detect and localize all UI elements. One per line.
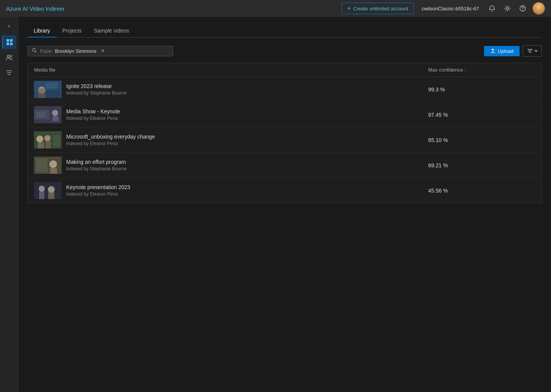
svg-rect-5 (10, 42, 13, 45)
sort-button[interactable] (523, 45, 542, 57)
content-area: Library Projects Sample videos Face: (18, 17, 551, 392)
media-info: Media Show - Keynote Indexed by Eleanor … (66, 108, 120, 121)
svg-rect-26 (36, 158, 47, 172)
chevron-down-icon (535, 49, 538, 52)
account-name: cwilsonClassic-b5518c-67 (419, 6, 482, 11)
video-thumbnail (34, 106, 62, 123)
svg-rect-18 (36, 112, 46, 118)
svg-point-21 (44, 135, 51, 141)
video-thumbnail (34, 81, 62, 98)
people-icon (5, 54, 13, 61)
media-title: Media Show - Keynote (66, 108, 120, 114)
media-info: Microsoft_unboxing everyday change Index… (66, 134, 155, 146)
search-icon (32, 48, 37, 54)
svg-rect-32 (39, 191, 44, 199)
upload-button[interactable]: Upload (484, 46, 520, 56)
topbar: Azure AI Video Indexer + Create unlimite… (0, 0, 551, 17)
media-indexed-by: Indexed by Stephanie Bourne (66, 166, 127, 172)
media-info: Ignite 2023 release Indexed by Stephanie… (66, 83, 127, 96)
media-title: Keynote presentation 2023 (66, 184, 130, 190)
media-cell: Media Show - Keynote Indexed by Eleanor … (34, 106, 428, 123)
svg-rect-33 (48, 192, 54, 199)
table-header: Media file Max confidence ↑ (28, 63, 541, 77)
media-cell: Keynote presentation 2023 Indexed by Ele… (34, 182, 428, 199)
confidence-value: 45.56 % (428, 188, 535, 194)
svg-point-30 (39, 186, 45, 192)
app-title: Azure AI Video Indexer (6, 5, 65, 12)
upload-icon (490, 48, 496, 54)
upload-label: Upload (498, 48, 514, 54)
media-title: Microsoft_unboxing everyday change (66, 134, 155, 140)
table-row[interactable]: Media Show - Keynote Indexed by Eleanor … (28, 102, 541, 127)
sidebar-item-people[interactable] (2, 51, 16, 64)
media-cell: Microsoft_unboxing everyday change Index… (34, 131, 428, 149)
sidebar-item-library[interactable] (2, 35, 16, 49)
search-box[interactable]: Face: Brooklyn Simmons × (28, 46, 173, 56)
tab-library[interactable]: Library (28, 24, 56, 38)
svg-rect-24 (53, 135, 60, 147)
table-row[interactable]: Making an effort program Indexed by Step… (28, 153, 541, 178)
notifications-icon[interactable] (487, 3, 497, 14)
media-info: Making an effort program Indexed by Step… (66, 159, 127, 172)
help-icon[interactable] (517, 3, 528, 14)
sidebar-expand-button[interactable]: » (2, 20, 16, 32)
library-icon (6, 38, 13, 46)
filter-icon (5, 69, 13, 77)
svg-rect-2 (7, 39, 9, 42)
tabs-container: Library Projects Sample videos (28, 24, 542, 38)
svg-rect-17 (52, 116, 59, 121)
svg-point-16 (52, 110, 58, 116)
filter-label: Face: (40, 48, 53, 54)
media-indexed-by: Indexed by Eleanor Pena (66, 191, 130, 197)
sort-indicator: ↑ (465, 68, 467, 72)
table-row[interactable]: Ignite 2023 release Indexed by Stephanie… (28, 77, 541, 102)
tab-sample-videos[interactable]: Sample videos (88, 24, 135, 38)
col-header-max-confidence[interactable]: Max confidence ↑ (428, 67, 535, 73)
confidence-value: 85.10 % (428, 137, 535, 143)
confidence-value: 97.45 % (428, 112, 535, 118)
media-indexed-by: Indexed by Eleanor Pena (66, 141, 155, 146)
table-row[interactable]: Keynote presentation 2023 Indexed by Ele… (28, 178, 541, 203)
actions-right: Upload (484, 45, 542, 57)
svg-point-27 (49, 160, 57, 168)
media-title: Ignite 2023 release (66, 83, 127, 89)
avatar[interactable] (533, 2, 545, 15)
main-layout: » Libra (0, 17, 551, 392)
video-thumbnail (34, 157, 62, 174)
svg-point-0 (506, 7, 508, 9)
plus-icon: + (347, 5, 351, 12)
svg-point-20 (36, 136, 43, 142)
expand-icon: » (8, 23, 10, 29)
sidebar: » (0, 17, 18, 392)
col-header-media-file: Media file (34, 67, 428, 73)
svg-rect-22 (38, 142, 44, 149)
search-clear-button[interactable]: × (101, 48, 104, 54)
svg-point-7 (10, 56, 12, 57)
svg-rect-13 (37, 88, 60, 98)
create-account-button[interactable]: + Create unlimited account (342, 3, 414, 14)
svg-point-1 (520, 6, 525, 11)
search-actions-row: Face: Brooklyn Simmons × Upload (28, 45, 542, 57)
svg-rect-23 (46, 141, 51, 149)
media-cell: Making an effort program Indexed by Step… (34, 157, 428, 174)
svg-rect-3 (10, 39, 13, 42)
svg-point-6 (7, 55, 10, 57)
table-row[interactable]: Microsoft_unboxing everyday change Index… (28, 127, 541, 153)
search-filter-tag: Face: Brooklyn Simmons (40, 48, 96, 54)
settings-icon[interactable] (502, 3, 513, 14)
create-account-label: Create unlimited account (353, 6, 408, 11)
media-table: Media file Max confidence ↑ (28, 63, 542, 203)
svg-point-31 (48, 186, 55, 193)
sidebar-item-filter[interactable] (2, 66, 16, 80)
tab-projects[interactable]: Projects (56, 24, 88, 38)
filter-value: Brooklyn Simmons (55, 48, 96, 54)
media-indexed-by: Indexed by Stephanie Bourne (66, 90, 127, 96)
confidence-value: 99.3 % (428, 87, 535, 93)
sort-icon (527, 48, 533, 54)
video-thumbnail (34, 182, 62, 199)
confidence-value: 69.21 % (428, 162, 535, 168)
svg-rect-28 (50, 168, 57, 174)
media-cell: Ignite 2023 release Indexed by Stephanie… (34, 81, 428, 98)
svg-rect-4 (7, 42, 9, 45)
video-thumbnail (34, 131, 62, 149)
